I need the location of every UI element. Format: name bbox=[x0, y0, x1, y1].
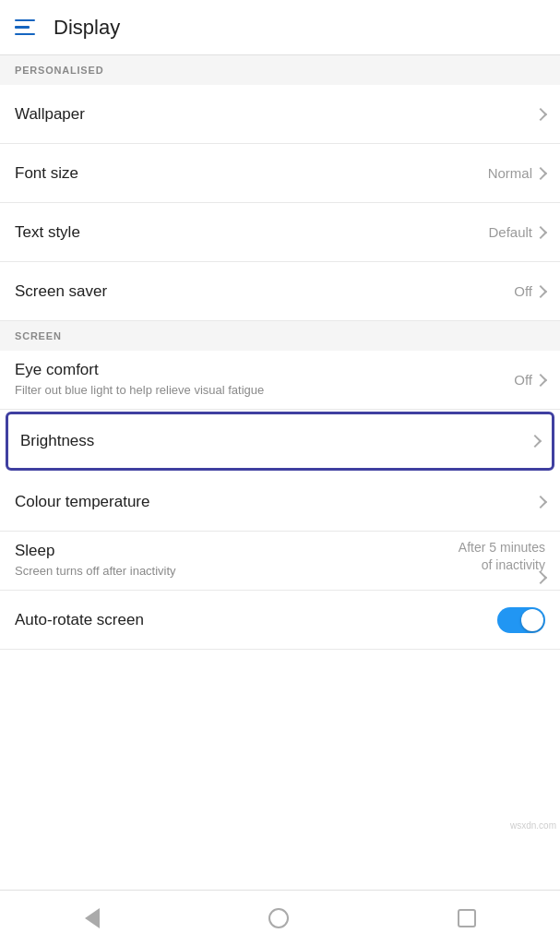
wallpaper-title: Wallpaper bbox=[15, 105, 536, 124]
screen-saver-chevron-icon bbox=[534, 284, 547, 297]
sleep-chevron-icon bbox=[534, 571, 547, 584]
list-item-left-eye-comfort: Eye comfort Filter out blue light to hel… bbox=[15, 361, 514, 399]
list-item-left-sleep: Sleep Screen turns off after inactivity bbox=[15, 542, 459, 580]
screen-saver-value: Off bbox=[514, 283, 532, 299]
recents-nav-button[interactable] bbox=[450, 902, 483, 935]
sleep-value-line1: After 5 minutes bbox=[459, 539, 545, 556]
back-nav-button[interactable] bbox=[77, 901, 107, 936]
sleep-right: After 5 minutes of inactivity bbox=[459, 539, 545, 581]
section-header-personalised: PERSONALISED bbox=[0, 55, 560, 85]
recents-icon bbox=[458, 909, 476, 927]
text-style-value: Default bbox=[488, 224, 532, 240]
list-item-left-screen-saver: Screen saver bbox=[15, 282, 514, 301]
list-item-font-size[interactable]: Font size Normal bbox=[0, 144, 560, 203]
sleep-subtitle: Screen turns off after inactivity bbox=[15, 563, 310, 580]
screen-saver-right: Off bbox=[514, 283, 545, 299]
brightness-right bbox=[530, 437, 540, 446]
list-item-left-wallpaper: Wallpaper bbox=[15, 105, 536, 124]
list-item-left-text-style: Text style bbox=[15, 223, 488, 242]
font-size-chevron-icon bbox=[534, 166, 547, 179]
auto-rotate-right bbox=[497, 607, 545, 633]
list-item-left-font-size: Font size bbox=[15, 164, 488, 183]
list-item-left-colour-temperature: Colour temperature bbox=[15, 493, 536, 511]
home-nav-button[interactable] bbox=[261, 901, 296, 936]
main-content: PERSONALISED Wallpaper Font size Normal … bbox=[0, 55, 560, 890]
colour-temperature-title: Colour temperature bbox=[15, 493, 536, 511]
home-icon bbox=[268, 908, 289, 928]
brightness-chevron-icon bbox=[529, 435, 542, 448]
brightness-title: Brightness bbox=[20, 432, 530, 450]
auto-rotate-title: Auto-rotate screen bbox=[15, 611, 497, 629]
list-item-wallpaper[interactable]: Wallpaper bbox=[0, 85, 560, 144]
colour-temperature-chevron-icon bbox=[534, 495, 547, 508]
section-header-screen: SCREEN bbox=[0, 321, 560, 351]
sleep-title: Sleep bbox=[15, 542, 459, 560]
font-size-title: Font size bbox=[15, 164, 488, 183]
colour-temperature-right bbox=[536, 497, 545, 507]
wallpaper-chevron-icon bbox=[534, 107, 547, 120]
page-title: Display bbox=[54, 16, 120, 40]
font-size-right: Normal bbox=[488, 165, 545, 181]
auto-rotate-toggle[interactable] bbox=[497, 607, 545, 633]
wallpaper-right bbox=[536, 110, 545, 119]
back-icon bbox=[85, 908, 100, 928]
text-style-title: Text style bbox=[15, 223, 488, 242]
list-item-screen-saver[interactable]: Screen saver Off bbox=[0, 262, 560, 321]
text-style-chevron-icon bbox=[534, 225, 547, 238]
list-item-auto-rotate[interactable]: Auto-rotate screen bbox=[0, 591, 560, 650]
list-item-colour-temperature[interactable]: Colour temperature bbox=[0, 472, 560, 532]
list-item-left-auto-rotate: Auto-rotate screen bbox=[15, 611, 497, 629]
list-item-eye-comfort[interactable]: Eye comfort Filter out blue light to hel… bbox=[0, 351, 560, 410]
watermark: wsxdn.com bbox=[510, 820, 556, 831]
list-item-text-style[interactable]: Text style Default bbox=[0, 203, 560, 262]
bottom-navigation bbox=[0, 890, 560, 945]
font-size-value: Normal bbox=[488, 165, 532, 181]
list-item-brightness[interactable]: Brightness bbox=[6, 412, 554, 471]
app-header: Display bbox=[0, 0, 560, 55]
eye-comfort-subtitle: Filter out blue light to help relieve vi… bbox=[15, 382, 310, 399]
list-item-sleep[interactable]: Sleep Screen turns off after inactivity … bbox=[0, 532, 560, 591]
eye-comfort-value: Off bbox=[514, 372, 532, 388]
eye-comfort-right: Off bbox=[514, 372, 545, 388]
menu-icon[interactable] bbox=[15, 19, 35, 36]
eye-comfort-title: Eye comfort bbox=[15, 361, 514, 379]
eye-comfort-chevron-icon bbox=[534, 373, 547, 386]
text-style-right: Default bbox=[488, 224, 545, 240]
sleep-value-line2: of inactivity bbox=[482, 556, 545, 573]
list-item-left-brightness: Brightness bbox=[20, 432, 530, 450]
screen-saver-title: Screen saver bbox=[15, 282, 514, 301]
